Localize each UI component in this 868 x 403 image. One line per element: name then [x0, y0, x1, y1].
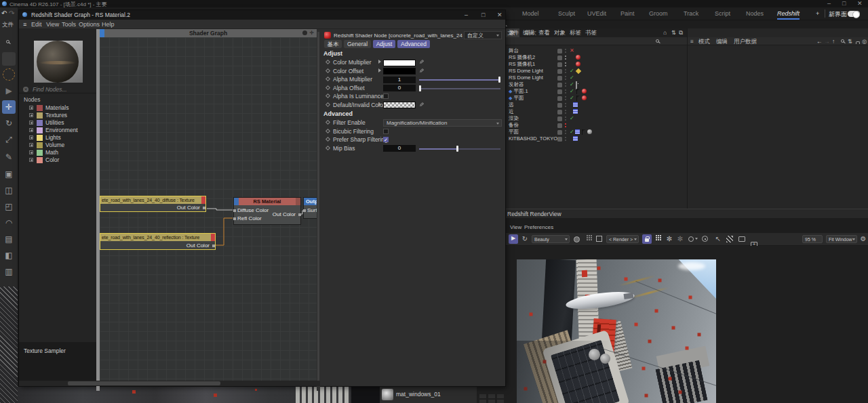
tab-model[interactable]: Model — [522, 10, 539, 17]
material-tag-icon[interactable] — [582, 89, 587, 93]
visibility-toggle[interactable] — [557, 83, 562, 87]
burger-menu-icon[interactable]: ≡ — [23, 21, 26, 28]
key-diamond-icon[interactable] — [326, 102, 330, 106]
key-diamond-icon[interactable] — [326, 128, 330, 133]
tab-advanced[interactable]: Advanced — [397, 40, 430, 48]
expand-icon[interactable] — [29, 128, 33, 132]
mip-bias-value[interactable]: 0 — [383, 145, 416, 152]
om-home-icon[interactable]: ⌂ — [663, 29, 667, 36]
slider-thumb[interactable] — [498, 77, 500, 83]
rv-image-icon[interactable] — [738, 236, 745, 242]
mip-bias-slider-rest[interactable] — [458, 148, 500, 150]
object-row[interactable]: ◆ 平面.1✓ — [505, 88, 686, 95]
rv-menu-preferences[interactable]: Preferences — [524, 224, 553, 230]
visibility-toggle[interactable] — [557, 123, 562, 128]
scale-tool-icon[interactable]: ⤢ — [2, 133, 16, 146]
undo-icon[interactable]: ↶ — [1, 9, 7, 17]
close-button[interactable]: ✕ — [857, 0, 863, 7]
pen-tool-icon[interactable]: ✎ — [2, 150, 16, 164]
expand-icon[interactable] — [29, 106, 33, 110]
light-tag-icon[interactable] — [576, 68, 581, 74]
ap-burger-icon[interactable]: ≡ — [690, 38, 694, 45]
prefer-sharp-filtering-checkbox[interactable]: ✓ — [383, 137, 389, 142]
enabled-check-icon[interactable]: ✓ — [570, 129, 574, 135]
category-textures[interactable]: Textures — [19, 112, 96, 119]
om-filter-icon[interactable]: ⇅ — [671, 29, 676, 36]
alpha-multiplier-slider[interactable] — [419, 79, 500, 81]
file-menu[interactable]: 文件 — [2, 21, 14, 29]
redshift-camera-tag-icon[interactable] — [576, 55, 580, 60]
redshift-camera-tag-icon[interactable] — [576, 62, 580, 66]
key-diamond-icon[interactable] — [326, 137, 330, 142]
visibility-toggle[interactable] — [557, 137, 562, 142]
visibility-toggle[interactable] — [557, 56, 562, 60]
object-row[interactable]: 发射器✓ — [505, 81, 686, 88]
visibility-toggle[interactable] — [557, 110, 562, 114]
autokey-icon[interactable] — [3, 68, 15, 81]
tab-adjust[interactable]: Adjust — [373, 40, 395, 48]
rv-fit-dropdown[interactable]: Fit Window — [826, 235, 857, 243]
category-lights[interactable]: Lights — [19, 134, 96, 142]
object-row[interactable]: RS Dome Light✓ — [505, 75, 686, 81]
out-color-port[interactable] — [298, 213, 301, 216]
clear-search-icon[interactable]: ✕ — [23, 87, 28, 92]
alpha-offset-slider[interactable] — [419, 88, 500, 89]
menu-tools[interactable]: Tools — [62, 21, 76, 28]
enabled-check-icon[interactable]: ✓ — [570, 81, 574, 88]
filter-enable-dropdown[interactable]: Magnification/Minification — [383, 119, 502, 127]
alpha-multiplier-value[interactable]: 1 — [383, 77, 416, 83]
expand-icon[interactable] — [29, 135, 33, 140]
rv-diagnostics-icon[interactable] — [726, 236, 733, 242]
mograph-tool-icon[interactable]: ◧ — [2, 249, 16, 262]
slider-thumb[interactable] — [456, 146, 458, 152]
visibility-toggle[interactable] — [557, 69, 562, 74]
object-row[interactable]: 渲染✓ — [505, 115, 686, 122]
om-menu-edit[interactable]: 编辑 — [523, 29, 534, 37]
om-menu-object[interactable]: 对象 — [554, 29, 566, 37]
compositing-tag-icon[interactable] — [573, 102, 578, 107]
node-diffuse-texture[interactable]: ete_road_with_lanes_24_40_diffuse : Text… — [100, 196, 206, 212]
material-tag-icon[interactable] — [587, 129, 592, 134]
canvas-pin-icon[interactable]: ✛ — [309, 30, 314, 36]
object-row[interactable]: 远 — [505, 102, 686, 108]
menu-view[interactable]: View — [46, 21, 59, 28]
om-menu-file[interactable]: 文件 — [507, 29, 519, 37]
rv-picker-icon[interactable]: ↖ — [714, 234, 722, 244]
rv-start-ipr-button[interactable]: ▶ — [509, 234, 518, 244]
window-titlebar[interactable]: Redshift Shader Graph - RS Material.2 – … — [19, 10, 505, 20]
color-swatch-black[interactable] — [383, 68, 416, 75]
object-row[interactable]: 备份 — [505, 122, 686, 129]
color-swatch-white[interactable] — [383, 60, 416, 66]
ap-forward-icon[interactable]: → — [824, 38, 830, 45]
category-materials[interactable]: Materials — [19, 104, 96, 112]
rv-render-nav-dropdown[interactable]: < Render > — [606, 235, 639, 243]
rv-bucket-icon[interactable] — [656, 237, 657, 238]
color-swatch-alpha[interactable] — [383, 102, 416, 108]
win-minimize-button[interactable]: – — [465, 12, 468, 18]
expand-icon[interactable] — [29, 121, 33, 125]
enabled-check-icon[interactable]: ✓ — [570, 88, 574, 95]
search-tool-icon[interactable] — [2, 36, 16, 49]
eyedropper-icon[interactable]: ✎ — [419, 59, 425, 66]
sphere-tool-icon[interactable]: ◫ — [2, 184, 16, 197]
canvas-gear-icon[interactable] — [302, 30, 307, 35]
tab-nodes[interactable]: Nodes — [746, 10, 764, 17]
rv-lock-button[interactable] — [642, 234, 652, 244]
volume-tool-icon[interactable]: ▥ — [2, 265, 16, 278]
object-row[interactable]: RS Dome Light✓ — [505, 68, 686, 75]
visibility-toggle[interactable] — [557, 89, 562, 94]
key-diamond-icon[interactable] — [326, 68, 330, 72]
tab-sculpt[interactable]: Sculpt — [558, 10, 575, 17]
minimize-button[interactable]: – — [827, 0, 831, 7]
compositing-tag-icon[interactable] — [573, 109, 578, 114]
node-rs-material[interactable]: RS Material Diffuse Color Refl Color Out… — [233, 197, 301, 225]
object-row[interactable]: 平面✓ — [505, 129, 686, 135]
ap-menu-mode[interactable]: 模式 — [698, 38, 710, 46]
ap-menu-edit[interactable]: 编辑 — [716, 38, 728, 46]
menu-edit[interactable]: Edit — [31, 21, 42, 28]
shader-graph-canvas[interactable]: ete_road_with_lanes_24_40_diffuse : Text… — [100, 29, 317, 386]
rv-focus-icon[interactable] — [702, 236, 708, 242]
category-utilities[interactable]: Utilities — [19, 119, 96, 127]
bend-tool-icon[interactable]: ◰ — [2, 200, 16, 213]
category-volume[interactable]: Volume — [19, 142, 96, 149]
